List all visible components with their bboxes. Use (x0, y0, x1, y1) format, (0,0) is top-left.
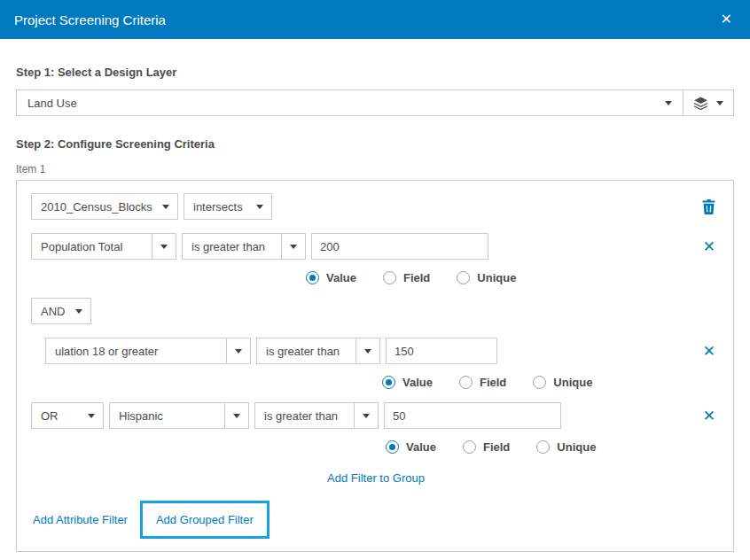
relation-value: intersects (184, 200, 248, 214)
radio-selected-icon (386, 440, 399, 454)
remove-filter-button-1[interactable]: ✕ (703, 239, 715, 254)
chevron-down-icon (355, 403, 378, 428)
operator-dropdown-1[interactable]: is greater than (182, 233, 306, 260)
field-dropdown-1[interactable]: Population Total (31, 233, 176, 260)
radio-unselected-icon (536, 440, 550, 454)
remove-filter-button-2[interactable]: ✕ (703, 344, 715, 359)
add-attribute-filter-link[interactable]: Add Attribute Filter (33, 513, 128, 526)
add-filter-to-group-row: Add Filter to Group (31, 471, 721, 485)
radio-value-3[interactable]: Value (386, 440, 436, 454)
radio-value-label: Value (406, 440, 436, 454)
relation-dropdown[interactable]: intersects (184, 193, 272, 220)
group-operator-row: AND (31, 298, 721, 324)
or-operator-dropdown[interactable]: OR (31, 402, 104, 429)
group-operator-value: AND (32, 305, 67, 318)
radio-unselected-icon (459, 376, 473, 389)
radio-unique-label: Unique (553, 376, 592, 389)
radio-field-2[interactable]: Field (459, 376, 506, 389)
radio-selected-icon (382, 376, 395, 389)
or-operator-value: OR (32, 409, 80, 423)
step2-heading: Step 2: Configure Screening Criteria (16, 137, 734, 151)
radio-field-label: Field (403, 271, 430, 284)
add-grouped-filter-link[interactable]: Add Grouped Filter (156, 513, 254, 526)
design-layer-select-main[interactable]: Land Use (17, 90, 683, 115)
item-footer-links: Add Attribute Filter Add Grouped Filter (33, 501, 721, 539)
chevron-down-icon (154, 194, 177, 219)
filter-value-input-1[interactable] (311, 233, 488, 260)
radio-unique-label: Unique (557, 440, 596, 454)
radio-field-label: Field (480, 376, 506, 389)
chevron-down-icon (152, 234, 176, 259)
item-layer-value: 2010_Census_Blocks (32, 200, 154, 214)
radio-field-3[interactable]: Field (463, 440, 510, 454)
chevron-down-icon (282, 234, 305, 259)
chevron-down-icon (716, 101, 723, 105)
filter-value-input-2[interactable] (386, 338, 497, 364)
item-label: Item 1 (16, 163, 734, 175)
filter-value-input-3[interactable] (384, 402, 561, 429)
delete-item-button[interactable] (702, 199, 715, 214)
value-type-radios-3: Value Field Unique (386, 440, 721, 454)
remove-filter-button-3[interactable]: ✕ (703, 408, 715, 424)
chevron-down-icon (227, 338, 250, 363)
radio-unselected-icon (533, 376, 546, 389)
layer-relation-row: 2010_Census_Blocks intersects (31, 193, 721, 220)
add-filter-to-group-link[interactable]: Add Filter to Group (327, 471, 425, 485)
radio-value-1[interactable]: Value (306, 271, 356, 284)
operator-dropdown-2[interactable]: is greater than (256, 338, 380, 364)
tutorial-highlight-box: Add Grouped Filter (140, 501, 270, 539)
filter-row-1: Population Total is greater than ✕ (31, 233, 721, 260)
chevron-down-icon (225, 403, 248, 428)
radio-field-label: Field (483, 440, 510, 454)
close-icon[interactable]: ✕ (717, 9, 736, 30)
radio-value-label: Value (402, 376, 433, 389)
field-dropdown-3[interactable]: Hispanic (109, 402, 249, 429)
filter-row-2: ulation 18 or greater is greater than ✕ (45, 338, 721, 364)
radio-unselected-icon (463, 440, 476, 454)
dialog-body: Step 1: Select a Design Layer Land Use S… (0, 39, 750, 560)
chevron-down-icon (248, 194, 271, 219)
dialog-title: Project Screening Criteria (14, 12, 166, 27)
chevron-down-icon (80, 403, 103, 428)
step1-heading: Step 1: Select a Design Layer (16, 66, 734, 79)
filter-row-3: OR Hispanic is greater than ✕ (31, 402, 721, 429)
radio-field-1[interactable]: Field (383, 271, 430, 284)
radio-unique-1[interactable]: Unique (457, 271, 516, 284)
field-dropdown-2[interactable]: ulation 18 or greater (45, 338, 251, 364)
chevron-down-icon (356, 338, 379, 363)
radio-selected-icon (306, 271, 319, 284)
chevron-down-icon (67, 299, 90, 323)
item-layer-dropdown[interactable]: 2010_Census_Blocks (31, 193, 178, 220)
layers-icon (693, 97, 708, 110)
radio-unique-2[interactable]: Unique (533, 376, 592, 389)
operator-value-2: is greater than (257, 345, 355, 358)
radio-value-2[interactable]: Value (382, 376, 433, 389)
value-type-radios-2: Value Field Unique (382, 376, 721, 389)
field-value-1: Population Total (32, 240, 152, 253)
operator-dropdown-3[interactable]: is greater than (254, 402, 379, 429)
value-type-radios-1: Value Field Unique (306, 271, 721, 284)
item-card: 2010_Census_Blocks intersects Population… (16, 180, 734, 552)
chevron-down-icon (665, 101, 672, 105)
design-layer-select[interactable]: Land Use (16, 89, 734, 116)
radio-unique-3[interactable]: Unique (536, 440, 596, 454)
radio-unselected-icon (383, 271, 396, 284)
dialog-header: Project Screening Criteria ✕ (0, 0, 750, 39)
radio-value-label: Value (326, 271, 356, 284)
layer-picker-button[interactable] (684, 90, 733, 115)
radio-unique-label: Unique (477, 271, 516, 284)
trash-icon (702, 199, 715, 214)
radio-unselected-icon (457, 271, 470, 284)
operator-value-3: is greater than (255, 409, 354, 423)
field-value-2: ulation 18 or greater (46, 345, 226, 358)
field-value-3: Hispanic (110, 409, 224, 423)
operator-value-1: is greater than (183, 240, 281, 253)
design-layer-value: Land Use (27, 97, 77, 110)
group-operator-dropdown[interactable]: AND (31, 298, 91, 324)
